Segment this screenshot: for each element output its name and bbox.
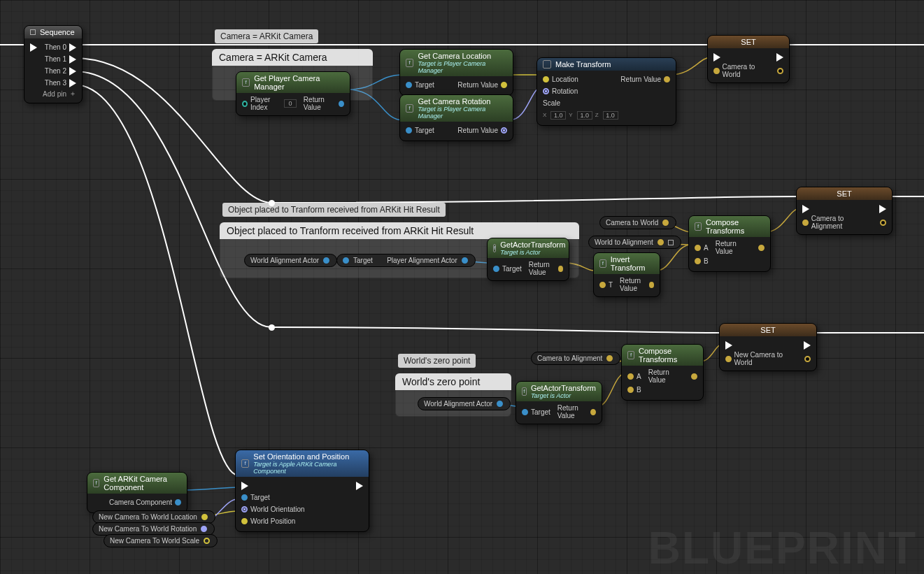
var-world-alignment-actor-2[interactable]: World Alignment Actor bbox=[418, 397, 511, 410]
return-value-pin[interactable]: Return Value bbox=[557, 404, 596, 419]
get-actor-transform-2-node[interactable]: fGetActorTransformTarget is Actor Target… bbox=[516, 381, 602, 424]
var-new-cam-scale[interactable]: New Camera To World Scale bbox=[104, 534, 218, 547]
sequence-then3[interactable]: Then 3 bbox=[45, 79, 76, 87]
sequence-exec-in[interactable] bbox=[30, 43, 37, 52]
return-value-pin[interactable]: Return Value bbox=[620, 76, 670, 83]
function-icon: f bbox=[695, 222, 702, 231]
expand-icon[interactable] bbox=[668, 240, 674, 245]
sequence-then2[interactable]: Then 2 bbox=[45, 67, 76, 76]
exec-out[interactable] bbox=[804, 341, 811, 350]
function-icon: f bbox=[93, 479, 99, 487]
player-index-input[interactable]: 0 bbox=[284, 99, 297, 108]
b-pin[interactable]: B bbox=[627, 386, 641, 394]
exec-in[interactable] bbox=[241, 482, 248, 490]
node-title: SET bbox=[837, 189, 851, 198]
t-pin[interactable]: T bbox=[599, 281, 613, 289]
var-camera-to-world[interactable]: Camera to World bbox=[599, 216, 676, 229]
get-actor-transform-1-node[interactable]: fGetActorTransformTarget is Actor Target… bbox=[487, 238, 569, 281]
node-title: Get Camera Rotation bbox=[418, 97, 490, 106]
comment-object-title: Object placed to Tranform received from … bbox=[220, 222, 579, 239]
sequence-title: Sequence bbox=[40, 28, 75, 36]
set-new-camera-to-world-node[interactable]: SET New Camera to World bbox=[719, 323, 817, 371]
camera-component-pin[interactable]: Camera Component bbox=[109, 498, 181, 506]
var-pin[interactable]: Camera to Alignment bbox=[802, 215, 873, 230]
player-index-pin[interactable]: Player Index0 bbox=[242, 96, 297, 111]
node-title: Compose Transforms bbox=[706, 218, 765, 235]
sequence-header: Sequence bbox=[24, 26, 82, 38]
get-camera-rotation-node[interactable]: fGet Camera RotationTarget is Player Cam… bbox=[399, 94, 513, 141]
function-icon: f bbox=[241, 459, 249, 468]
sequence-then0[interactable]: Then 0 bbox=[45, 43, 76, 52]
out-pin[interactable] bbox=[880, 220, 886, 226]
exec-out[interactable] bbox=[879, 205, 886, 213]
var-world-alignment-actor[interactable]: World Alignment Actor bbox=[244, 254, 337, 267]
return-value-pin[interactable]: Return Value bbox=[529, 261, 563, 276]
comment-camera-hint: Camera = ARKit Camera bbox=[215, 29, 318, 43]
return-value-pin[interactable]: Return Value bbox=[304, 96, 344, 111]
out-pin[interactable] bbox=[777, 68, 783, 74]
function-icon: f bbox=[627, 351, 634, 359]
a-pin[interactable]: A bbox=[695, 244, 709, 252]
var-camera-to-alignment[interactable]: Camera to Alignment bbox=[531, 352, 620, 365]
sequence-node[interactable]: Sequence Then 0 Then 1 Then 2 Then 3 Add… bbox=[24, 25, 83, 103]
get-camera-location-node[interactable]: fGet Camera LocationTarget is Player Cam… bbox=[399, 49, 513, 96]
scale-input[interactable]: X1.0Y1.0Z1.0 bbox=[543, 111, 618, 120]
var-pin[interactable]: Camera to World bbox=[713, 63, 770, 78]
sequence-icon bbox=[30, 29, 36, 35]
exec-out[interactable] bbox=[776, 53, 783, 62]
scale-label: Scale bbox=[543, 99, 560, 107]
compose-transforms-2-node[interactable]: fCompose Transforms AReturn Value B bbox=[621, 344, 704, 401]
world-position-pin[interactable]: World Position bbox=[241, 517, 295, 525]
return-value-pin[interactable]: Return Value bbox=[457, 81, 507, 89]
node-title: Set Orientation and Position bbox=[253, 452, 349, 461]
return-value-pin[interactable]: Return Value bbox=[716, 240, 765, 255]
set-orientation-position-node[interactable]: fSet Orientation and PositionTarget is A… bbox=[235, 450, 369, 532]
node-title: GetActorTransform bbox=[531, 384, 596, 392]
b-pin[interactable]: B bbox=[695, 257, 709, 265]
set-camera-to-world-node[interactable]: SET Camera to World bbox=[707, 35, 790, 83]
exec-in[interactable] bbox=[802, 205, 809, 213]
target-pin[interactable]: Target bbox=[522, 408, 550, 416]
return-value-pin[interactable]: Return Value bbox=[457, 127, 507, 134]
rotation-pin[interactable]: Rotation bbox=[543, 87, 578, 95]
exec-in[interactable] bbox=[713, 53, 720, 62]
node-title: Invert Transform bbox=[611, 255, 654, 272]
var-target-pill[interactable]: Target Player Alignment Actor bbox=[336, 254, 476, 267]
exec-in[interactable] bbox=[725, 341, 732, 350]
var-world-to-alignment[interactable]: World to Alignment bbox=[588, 236, 681, 249]
make-transform-node[interactable]: Make Transform LocationReturn Value Rota… bbox=[536, 57, 676, 126]
comment-object-hint: Object placed to Tranform received from … bbox=[222, 203, 446, 217]
target-pin[interactable]: Target bbox=[241, 494, 270, 501]
exec-out[interactable] bbox=[356, 482, 363, 490]
set-camera-to-alignment-node[interactable]: SET Camera to Alignment bbox=[796, 187, 893, 235]
reroute-node-2[interactable] bbox=[269, 324, 275, 331]
invert-transform-node[interactable]: fInvert Transform TReturn Value bbox=[593, 252, 660, 297]
target-pin[interactable]: Target bbox=[406, 81, 434, 89]
world-orientation-pin[interactable]: World Orientation bbox=[241, 505, 305, 513]
node-title: Make Transform bbox=[555, 60, 611, 69]
var-pin[interactable]: New Camera to World bbox=[725, 351, 797, 366]
return-value-pin[interactable]: Return Value bbox=[620, 277, 654, 292]
comment-zero-hint: World's zero point bbox=[398, 354, 476, 368]
get-arkit-camera-component-node[interactable]: fGet ARKit Camera Component Camera Compo… bbox=[87, 472, 187, 513]
a-pin[interactable]: A bbox=[627, 373, 641, 380]
get-player-camera-manager-node[interactable]: fGet Player Camera Manager Player Index0… bbox=[236, 71, 350, 116]
function-icon: f bbox=[242, 78, 250, 87]
struct-icon bbox=[543, 60, 551, 69]
sequence-addpin[interactable]: Add pin＋ bbox=[30, 89, 76, 99]
node-title: Get Camera Location bbox=[418, 52, 491, 60]
plus-icon: ＋ bbox=[69, 89, 76, 99]
reroute-node-1[interactable] bbox=[269, 200, 275, 206]
function-icon: f bbox=[406, 104, 413, 113]
function-icon: f bbox=[599, 259, 606, 268]
out-pin[interactable] bbox=[804, 356, 811, 362]
function-icon: f bbox=[406, 59, 413, 67]
compose-transforms-1-node[interactable]: fCompose Transforms AReturn Value B bbox=[688, 215, 771, 272]
target-pin[interactable]: Target bbox=[493, 265, 522, 273]
comment-zero-title: World's zero point bbox=[395, 373, 511, 390]
sequence-then1[interactable]: Then 1 bbox=[45, 55, 76, 64]
return-value-pin[interactable]: Return Value bbox=[648, 368, 697, 384]
function-icon: f bbox=[522, 387, 527, 396]
target-pin[interactable]: Target bbox=[406, 127, 434, 134]
location-pin[interactable]: Location bbox=[543, 76, 578, 83]
